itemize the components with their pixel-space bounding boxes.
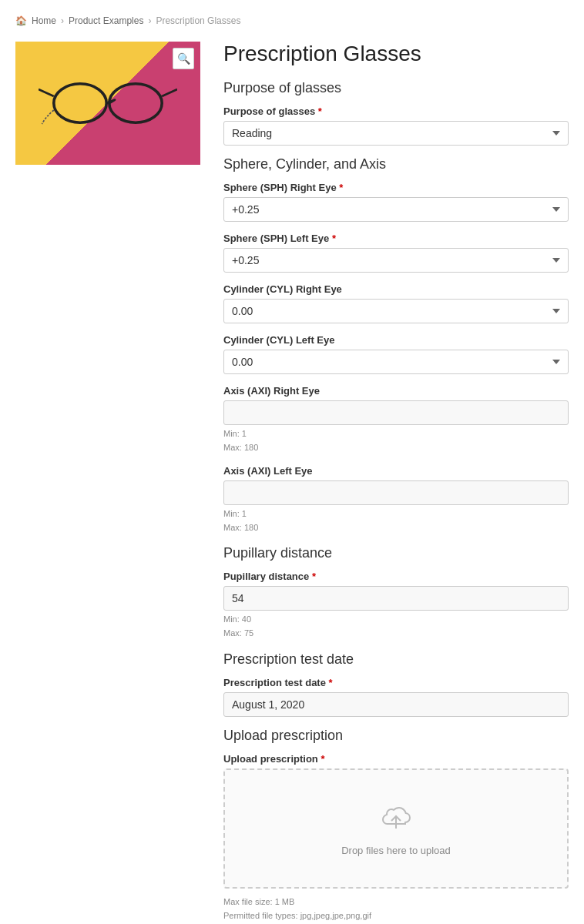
- section-purpose-heading: Purpose of glasses: [223, 80, 569, 96]
- sphere-left-field-group: Sphere (SPH) Left Eye * +0.25 0.00 -0.25…: [223, 233, 569, 273]
- section-pupillary-heading: Pupillary distance: [223, 545, 569, 561]
- product-title: Prescription Glasses: [223, 42, 569, 66]
- home-icon: 🏠: [15, 15, 27, 26]
- prescription-date-field-group: Prescription test date *: [223, 677, 569, 717]
- upload-hints: Max file size: 1 MB Permitted file types…: [223, 895, 569, 923]
- breadcrumb-home[interactable]: Home: [32, 15, 56, 26]
- sphere-left-label: Sphere (SPH) Left Eye *: [223, 233, 569, 244]
- axis-left-label: Axis (AXI) Left Eye: [223, 465, 569, 477]
- upload-drop-text: Drop files here to upload: [240, 845, 552, 856]
- upload-icon: [240, 801, 552, 839]
- pupillary-input[interactable]: [223, 586, 569, 611]
- product-form: Prescription Glasses Purpose of glasses …: [223, 42, 569, 924]
- section-prescription-date-heading: Prescription test date: [223, 651, 569, 668]
- sphere-right-label: Sphere (SPH) Right Eye *: [223, 182, 569, 193]
- axis-right-hint: Min: 1 Max: 180: [223, 427, 569, 454]
- zoom-button[interactable]: 🔍: [173, 48, 194, 69]
- cylinder-left-field-group: Cylinder (CYL) Left Eye 0.00 -0.25 -0.50: [223, 334, 569, 374]
- prescription-date-input[interactable]: [223, 692, 569, 717]
- section-upload-heading: Upload prescription: [223, 728, 569, 744]
- cylinder-right-select[interactable]: 0.00 -0.25 -0.50: [223, 299, 569, 323]
- purpose-field-group: Purpose of glasses * Reading Distance Bi…: [223, 105, 569, 146]
- prescription-date-label: Prescription test date *: [223, 677, 569, 688]
- purpose-label: Purpose of glasses *: [223, 105, 569, 117]
- svg-line-2: [39, 89, 54, 96]
- svg-point-1: [109, 84, 162, 122]
- cylinder-right-label: Cylinder (CYL) Right Eye: [223, 283, 569, 295]
- breadcrumb-current: Prescription Glasses: [156, 15, 240, 26]
- breadcrumb-sep2: ›: [148, 15, 151, 26]
- upload-field-group: Upload prescription * Drop files here to…: [223, 753, 569, 923]
- pupillary-field-group: Pupillary distance * Min: 40 Max: 75: [223, 571, 569, 640]
- cylinder-left-select[interactable]: 0.00 -0.25 -0.50: [223, 350, 569, 374]
- sphere-left-select[interactable]: +0.25 0.00 -0.25 +0.50: [223, 248, 569, 273]
- svg-point-0: [54, 84, 106, 122]
- sphere-right-field-group: Sphere (SPH) Right Eye * +0.25 0.00 -0.2…: [223, 182, 569, 222]
- axis-right-input[interactable]: [223, 400, 569, 425]
- section-sca-heading: Sphere, Cylinder, and Axis: [223, 156, 569, 172]
- svg-line-3: [162, 89, 177, 96]
- upload-label: Upload prescription *: [223, 753, 569, 765]
- axis-left-field-group: Axis (AXI) Left Eye Min: 1 Max: 180: [223, 465, 569, 534]
- cylinder-left-label: Cylinder (CYL) Left Eye: [223, 334, 569, 346]
- axis-left-input[interactable]: [223, 480, 569, 505]
- breadcrumb: 🏠 Home › Product Examples › Prescription…: [15, 15, 569, 26]
- purpose-select[interactable]: Reading Distance Bifocal Varifocal: [223, 121, 569, 146]
- axis-right-field-group: Axis (AXI) Right Eye Min: 1 Max: 180: [223, 385, 569, 454]
- axis-left-hint: Min: 1 Max: 180: [223, 507, 569, 534]
- product-image-container: 🔍: [15, 42, 200, 165]
- breadcrumb-product-examples[interactable]: Product Examples: [69, 15, 143, 26]
- pupillary-hint: Min: 40 Max: 75: [223, 613, 569, 640]
- breadcrumb-sep1: ›: [61, 15, 64, 26]
- cylinder-right-field-group: Cylinder (CYL) Right Eye 0.00 -0.25 -0.5…: [223, 283, 569, 323]
- sphere-right-select[interactable]: +0.25 0.00 -0.25 +0.50: [223, 197, 569, 222]
- upload-dropzone[interactable]: Drop files here to upload: [223, 768, 569, 889]
- pupillary-label: Pupillary distance *: [223, 571, 569, 582]
- axis-right-label: Axis (AXI) Right Eye: [223, 385, 569, 397]
